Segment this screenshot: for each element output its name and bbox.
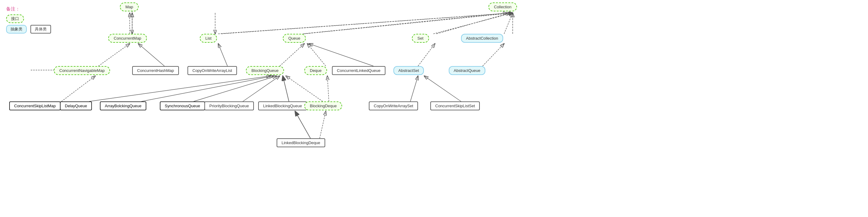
legend-row: 接口 [6,14,51,23]
legend: 备注： 接口 抽象类 具体类 [6,6,51,33]
node-abstractqueue: AbstractQueue [449,66,485,75]
node-concurrenthashmap: ConcurrentHashMap [132,66,179,75]
node-deque: Deque [304,66,327,75]
node-arraybockingqueue: ArrayBolckingQueue [100,101,146,110]
node-map: Map [120,2,138,11]
node-concurrentmap: ConcurrentMap [108,34,147,43]
node-blockingqueue: BlockingQueue [246,66,284,75]
node-concurrentlinkedqueue: ConcurrentLinkedQueue [332,66,385,75]
node-priorityblockingqueue: PriorityBlockingQueue [205,101,254,110]
svg-line-6 [303,13,507,34]
legend-title: 备注： [6,6,51,12]
node-blockingdeque: BlockingDeque [304,101,342,110]
legend-abstract-badge: 抽象类 [6,25,27,33]
node-concurrentskiplistset: ConcurrentSkipListSet [430,101,480,110]
node-list: List [200,34,217,43]
node-linkedblockingqueue: LinkedBlockingQueue [258,101,307,110]
node-concurrentskiplistmap: ConcurrentSkipListMap [9,101,61,110]
legend-row-2: 抽象类 具体类 [6,25,51,33]
node-abstractcollection: AbstractCollection [461,34,503,43]
node-abstractset: AbstractSet [394,66,424,75]
node-set: Set [412,34,429,43]
legend-concrete-badge: 具体类 [30,25,51,33]
node-synchronousqueue: SynchronousQueue [160,101,205,110]
node-copyonwritearrayset: CopyOnWriteArraySet [369,101,418,110]
svg-line-7 [436,13,510,34]
node-concurrentnavigablemap: ConcurrentNavigableMap [54,66,110,75]
node-delayqueue: DelayQueue [60,101,92,110]
node-linkedblockingdeque: LinkedBlockingDeque [277,138,325,147]
node-collection: Collection [488,2,517,11]
legend-interface-badge: 接口 [6,14,24,23]
node-queue: Queue [283,34,306,43]
diagram-container: 备注： 接口 抽象类 具体类 Map Collection Concurrent… [0,0,868,217]
node-copyonwritearraylist: CopyOnWriteArrayList [187,66,237,75]
svg-line-5 [221,13,513,34]
